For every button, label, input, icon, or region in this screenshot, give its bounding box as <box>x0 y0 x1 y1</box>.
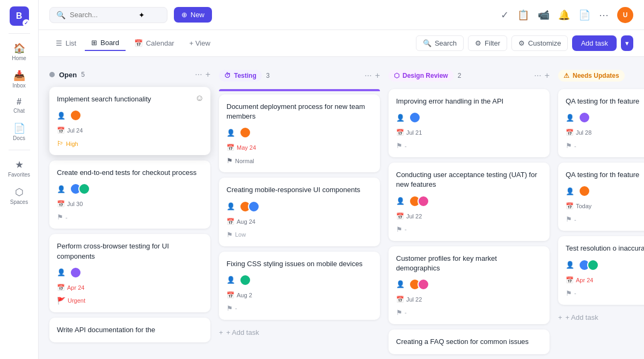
more-icon[interactable]: ··· <box>534 71 541 80</box>
card-customer-profiles[interactable]: Customer profiles for key market demogra… <box>389 246 550 324</box>
column-actions-testing[interactable]: ··· + <box>364 71 380 80</box>
calendar-icon: 📅 <box>396 296 404 303</box>
docs-icon: 📄 <box>13 122 25 134</box>
home-icon: 🏠 <box>13 42 25 54</box>
list-icon: ☰ <box>56 39 62 47</box>
card-avatars <box>579 185 590 197</box>
new-button[interactable]: ⊕ New <box>174 7 212 23</box>
card-meta: 👤 <box>226 127 372 138</box>
document-icon[interactable]: 📄 <box>579 9 590 21</box>
sidebar-label-docs: Docs <box>13 135 25 141</box>
card-qa-2[interactable]: QA testing for th feature 👤 📅 Today ⚑ - <box>558 163 644 231</box>
card-title: Test resolution o inaccuracies <box>566 244 644 253</box>
sidebar-item-chat[interactable]: # Chat <box>5 94 33 117</box>
calendar-icon: 📅 <box>566 129 574 136</box>
card-priority: ⚑ - <box>57 213 203 221</box>
topbar-left: 🔍 ✦ ⊕ New <box>49 7 212 23</box>
card-qa-1[interactable]: QA testing for th feature 👤 📅 Jul 28 ⚑ - <box>558 89 644 157</box>
spaces-icon: ⬡ <box>15 186 24 198</box>
card-date: 📅 Jul 21 <box>396 129 542 136</box>
add-task-dropdown[interactable]: ▾ <box>621 35 633 51</box>
card-mobile-ui[interactable]: Creating mobile-responsive UI components… <box>219 178 380 246</box>
flag-icon: ⚑ <box>566 142 572 150</box>
topbar: 🔍 ✦ ⊕ New ✓ 📋 📹 🔔 📄 ⋯ U <box>39 0 644 30</box>
card-resolution[interactable]: Test resolution o inaccuracies 👤 📅 Apr 2… <box>558 236 644 304</box>
emoji-button[interactable]: ☺ <box>195 93 204 103</box>
sidebar-label-home: Home <box>12 55 26 61</box>
calendar-icon: 📅 <box>566 276 574 284</box>
column-testing: ⏱ Testing 3 ··· + Document deployment pr… <box>219 68 380 340</box>
workspace-logo[interactable]: B ✓ <box>10 6 29 26</box>
design-icon: ⬡ <box>394 72 399 79</box>
card-priority: ⚑ - <box>566 289 644 297</box>
tab-list[interactable]: ☰ List <box>49 36 83 50</box>
check-icon[interactable]: ✓ <box>501 9 509 21</box>
card-faq[interactable]: Creating a FAQ section for common issues <box>389 329 550 354</box>
card-title: QA testing for th feature <box>566 97 644 106</box>
timer-icon: ⏱ <box>224 72 231 79</box>
sidebar-item-favorites[interactable]: ★ Favorites <box>5 156 33 181</box>
bell-icon[interactable]: 🔔 <box>558 9 570 21</box>
search-icon: 🔍 <box>56 11 65 19</box>
card-title: Improving error handling in the API <box>396 97 542 106</box>
search-button[interactable]: 🔍 Search <box>416 35 464 51</box>
tab-add-view[interactable]: + View <box>183 36 217 50</box>
flag-icon: ⚑ <box>396 225 402 233</box>
toolbar-actions: 🔍 Search ⚙ Filter ⚙ Customize Add task ▾ <box>416 35 633 51</box>
clipboard-icon[interactable]: 📋 <box>517 9 529 21</box>
column-actions-open[interactable]: ··· + <box>195 70 210 79</box>
column-actions-design[interactable]: ··· + <box>534 71 550 80</box>
more-icon[interactable]: ··· <box>195 70 202 79</box>
card-priority: ⚑ - <box>566 142 644 150</box>
card-css-fixing[interactable]: Fixing CSS styling issues on mobile devi… <box>219 252 380 320</box>
assign-icon: 👤 <box>396 197 405 205</box>
testing-indicator <box>219 89 380 91</box>
add-task-needs[interactable]: + + Add task <box>558 310 644 325</box>
sidebar-item-docs[interactable]: 📄 Docs <box>5 119 33 144</box>
sidebar-item-home[interactable]: 🏠 Home <box>5 39 33 64</box>
card-date: 📅 Jul 24 <box>57 127 83 134</box>
tab-board[interactable]: ⊞ Board <box>85 35 126 51</box>
status-dot-open <box>49 72 55 77</box>
card-date: 📅 Jul 22 <box>396 213 542 220</box>
add-task-button[interactable]: Add task <box>572 35 617 51</box>
card-error-handling[interactable]: Improving error handling in the API 👤 📅 … <box>389 89 550 157</box>
column-design-review: ⬡ Design Review 2 ··· + Improving error … <box>389 68 550 354</box>
filter-button[interactable]: ⚙ Filter <box>468 35 507 51</box>
sidebar-item-inbox[interactable]: 📥 Inbox <box>5 67 33 92</box>
customize-button[interactable]: ⚙ Customize <box>511 35 568 51</box>
card-api-docs[interactable]: Write API documentation for the <box>49 318 210 342</box>
sidebar-label-spaces: Spaces <box>10 199 28 205</box>
card-avatars <box>409 112 421 123</box>
flag-icon: ⚑ <box>566 289 572 297</box>
card-priority: ⚑ - <box>396 225 542 233</box>
avatar <box>579 185 590 197</box>
add-icon[interactable]: + <box>545 71 550 80</box>
sidebar-item-spaces[interactable]: ⬡ Spaces <box>5 183 33 208</box>
inbox-icon: 📥 <box>13 70 25 82</box>
tab-calendar[interactable]: 📅 Calendar <box>128 36 181 50</box>
search-bar[interactable]: 🔍 ✦ <box>49 7 167 23</box>
card-cross-browser[interactable]: Perform cross-browser testing for UI com… <box>49 234 210 312</box>
search-input[interactable] <box>70 11 134 19</box>
card-date-row: 📅 Jul 24 <box>57 127 203 134</box>
more-icon[interactable]: ··· <box>364 71 371 80</box>
card-implement-search[interactable]: ☺ Implement search functionality 👤 📅 Jul… <box>49 87 210 155</box>
add-icon[interactable]: + <box>206 70 210 79</box>
calendar-icon: 📅 <box>226 218 235 225</box>
card-priority: ⚑ - <box>396 142 542 150</box>
add-task-testing[interactable]: + + Add task <box>219 325 380 340</box>
card-priority: ⚑ Normal <box>226 157 372 165</box>
card-date: 📅 Aug 24 <box>226 218 372 225</box>
video-icon[interactable]: 📹 <box>538 9 550 21</box>
card-end-to-end-tests[interactable]: Create end-to-end tests for checkout pro… <box>49 160 210 229</box>
card-doc-deployment[interactable]: Document deployment process for new team… <box>219 94 380 172</box>
add-icon[interactable]: + <box>375 71 380 80</box>
card-title: Creating a FAQ section for common issues <box>396 337 542 347</box>
grid-icon[interactable]: ⋯ <box>599 9 609 21</box>
user-avatar[interactable]: U <box>617 7 633 23</box>
card-uat[interactable]: Conducting user acceptance testing (UAT)… <box>389 163 550 240</box>
column-header-design: ⬡ Design Review 2 ··· + <box>389 68 550 84</box>
assign-icon: 👤 <box>226 129 235 137</box>
plus-icon: + <box>558 313 562 321</box>
